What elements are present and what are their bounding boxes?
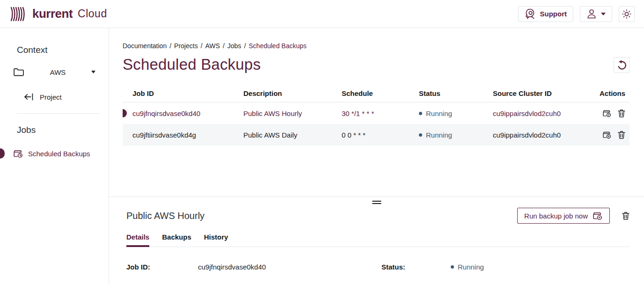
user-menu-button[interactable]: [580, 6, 612, 22]
job-id-cell: cu9jfnqirsdvase0kd40: [123, 109, 234, 117]
project-label: Project: [40, 93, 62, 101]
detail-fields: Job ID: cu9jfnqirsdvase0kd40 Status: Run…: [126, 263, 629, 284]
schedule-cell: 0 0 * * *: [332, 131, 409, 139]
source-cluster-id-cell: cu9ippairsdvlod2cuh0: [483, 109, 590, 117]
brand-suffix: Cloud: [78, 7, 107, 20]
column-header-source-cluster-id: Source Cluster ID: [483, 89, 590, 97]
description-cell: Public AWS Daily: [234, 131, 332, 139]
run-backup-job-button[interactable]: [602, 131, 612, 139]
run-backup-job-button[interactable]: [602, 109, 612, 117]
field-status: Status: Running: [381, 263, 629, 271]
status-text: Running: [458, 263, 484, 271]
table-header-row: Job ID Description Schedule Status Sourc…: [123, 85, 629, 102]
run-backup-icon: [602, 109, 612, 117]
status-cell: Running: [409, 109, 483, 117]
column-header-actions: Actions: [590, 89, 629, 97]
refresh-icon: [616, 59, 627, 71]
run-backup-icon: [602, 131, 612, 139]
job-id-value: cu9jfnqirsdvase0kd40: [198, 263, 266, 271]
trash-icon: [618, 109, 625, 117]
scheduled-backup-icon: [13, 149, 23, 158]
context-select-value: AWS: [24, 68, 91, 76]
column-header-status: Status: [409, 89, 483, 97]
back-arrow-icon: [23, 93, 34, 101]
delete-job-button[interactable]: [618, 131, 625, 139]
status-label: Running: [426, 109, 452, 117]
active-item-marker: [0, 148, 5, 159]
tab-details[interactable]: Details: [126, 233, 149, 247]
app-header: kurrent Cloud Support: [0, 0, 644, 28]
status-label: Status:: [381, 263, 451, 271]
folder-icon: [13, 67, 24, 77]
status-dot: [419, 133, 422, 137]
run-button-label: Run backup job now: [524, 212, 588, 220]
sidebar: Context AWS Project Jobs: [0, 28, 109, 284]
chevron-down-icon: [601, 13, 606, 15]
breadcrumb-separator: /: [169, 42, 171, 50]
breadcrumb-item[interactable]: Documentation: [123, 42, 167, 50]
breadcrumb-item[interactable]: AWS: [205, 42, 220, 50]
page-title: Scheduled Backups: [123, 56, 261, 73]
breadcrumb-item[interactable]: Projects: [174, 42, 198, 50]
actions-cell: [590, 109, 629, 117]
support-button[interactable]: Support: [518, 6, 574, 22]
breadcrumb-separator: /: [244, 42, 246, 50]
column-header-schedule: Schedule: [332, 89, 409, 97]
jobs-section: Documentation/Projects/AWS/Jobs/Schedule…: [109, 42, 644, 197]
status-value: Running: [451, 263, 484, 271]
field-job-id: Job ID: cu9jfnqirsdvase0kd40: [126, 263, 381, 271]
theme-toggle-button[interactable]: [619, 6, 635, 22]
trash-icon: [618, 131, 625, 139]
column-header-job-id: Job ID: [123, 89, 234, 97]
table-row[interactable]: cu9jftiirsdvase0kd4g Public AWS Daily 0 …: [123, 124, 629, 146]
status-cell: Running: [409, 131, 483, 139]
chevron-down-icon: [91, 71, 95, 73]
breadcrumb-separator: /: [223, 42, 225, 50]
detail-panel-title: Public AWS Hourly: [126, 211, 205, 221]
support-label: Support: [540, 10, 567, 18]
kurrent-waves-icon: [9, 6, 28, 22]
jobs-table: Job ID Description Schedule Status Sourc…: [123, 85, 629, 146]
description-cell: Public AWS Hourly: [234, 109, 332, 117]
user-icon: [586, 9, 597, 19]
job-detail-panel: Public AWS Hourly Run backup job now: [109, 205, 644, 284]
breadcrumb-item[interactable]: Jobs: [227, 42, 242, 50]
source-cluster-id-cell: cu9ippairsdvlod2cuh0: [483, 131, 590, 139]
main-content: Documentation/Projects/AWS/Jobs/Schedule…: [109, 28, 644, 284]
tab-history[interactable]: History: [204, 233, 228, 247]
brand-logo[interactable]: kurrent Cloud: [9, 6, 107, 22]
sidebar-item-scheduled-backups[interactable]: Scheduled Backups: [0, 145, 109, 162]
run-backup-job-now-button[interactable]: Run backup job now: [517, 208, 610, 224]
back-to-project-button[interactable]: Project: [23, 93, 109, 101]
job-id-cell: cu9jftiirsdvase0kd4g: [123, 131, 234, 139]
jobs-heading: Jobs: [17, 125, 109, 135]
status-dot: [419, 112, 422, 115]
run-backup-icon: [593, 211, 603, 220]
context-heading: Context: [17, 45, 109, 55]
breadcrumb-separator: /: [201, 42, 203, 50]
sun-icon: [622, 9, 632, 19]
refresh-button[interactable]: [614, 57, 629, 73]
breadcrumb: Documentation/Projects/AWS/Jobs/Schedule…: [123, 42, 629, 50]
tab-backups[interactable]: Backups: [162, 233, 191, 247]
job-id-label: Job ID:: [126, 263, 198, 271]
breadcrumb-current: Scheduled Backups: [249, 42, 307, 50]
detail-tabs: Details Backups History: [126, 233, 629, 247]
scheduled-backups-label: Scheduled Backups: [28, 150, 90, 158]
headset-icon: [525, 9, 536, 19]
context-select[interactable]: AWS: [13, 67, 95, 77]
status-dot: [451, 265, 454, 269]
splitter-drag-handle[interactable]: [372, 201, 381, 204]
status-label: Running: [426, 131, 452, 139]
actions-cell: [590, 131, 629, 139]
panel-splitter: [109, 197, 644, 205]
delete-job-button[interactable]: [622, 211, 629, 220]
column-header-description: Description: [234, 89, 332, 97]
trash-icon: [622, 211, 629, 220]
delete-job-button[interactable]: [618, 109, 625, 117]
brand-name: kurrent: [32, 7, 73, 21]
schedule-cell: 30 */1 * * *: [332, 109, 409, 117]
table-row[interactable]: cu9jfnqirsdvase0kd40 Public AWS Hourly 3…: [123, 102, 629, 124]
sidebar-divider: [17, 113, 100, 114]
